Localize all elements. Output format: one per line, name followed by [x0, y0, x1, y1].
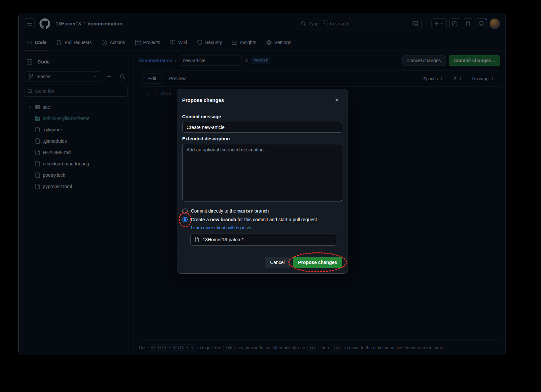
create-branch-option[interactable]: Create a new branch for this commit and … — [182, 217, 342, 222]
close-dialog-button[interactable] — [332, 95, 342, 105]
radio-commit-direct[interactable] — [182, 209, 188, 214]
dialog-footer: Cancel Propose changes — [177, 251, 348, 273]
commit-message-input[interactable] — [182, 122, 342, 133]
propose-changes-button[interactable]: Propose changes — [293, 257, 342, 268]
radio-create-branch[interactable] — [182, 217, 188, 222]
dialog-title: Propose changes — [182, 97, 224, 103]
screen: 13Homer13 / documentation Type / to sear… — [0, 0, 541, 392]
commit-direct-label: Commit directly to the master branch — [191, 208, 269, 214]
propose-changes-dialog: Propose changes Commit message Extended … — [177, 89, 348, 274]
new-branch-field — [190, 234, 336, 246]
cancel-button[interactable]: Cancel — [265, 257, 290, 268]
git-pull-request-icon — [194, 237, 200, 242]
extended-description-textarea[interactable] — [182, 144, 342, 202]
create-branch-label: Create a new branch for this commit and … — [191, 217, 317, 222]
extended-description-label: Extended description — [182, 136, 342, 141]
github-window: 13Homer13 / documentation Type / to sear… — [18, 13, 506, 355]
dialog-body: Commit message Extended description Comm… — [177, 109, 348, 246]
close-icon — [334, 97, 340, 103]
new-branch-name-input[interactable] — [190, 234, 336, 246]
commit-direct-option[interactable]: Commit directly to the master branch — [182, 208, 342, 214]
commit-options: Commit directly to the master branch Cre… — [182, 208, 342, 246]
dialog-header: Propose changes — [177, 89, 348, 109]
commit-message-label: Commit message — [182, 114, 342, 119]
learn-more-link[interactable]: Learn more about pull requests — [191, 225, 342, 230]
